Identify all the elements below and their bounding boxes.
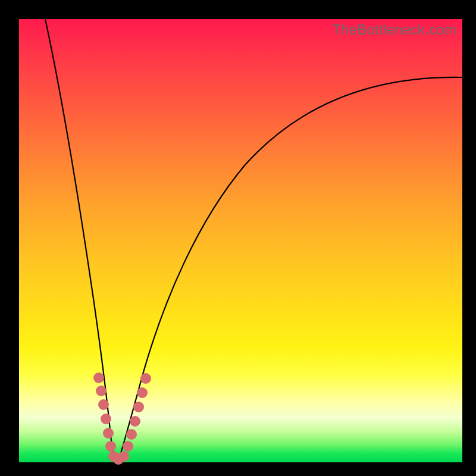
chart-frame: TheBottleneck.com [0,0,476,476]
marker-dot [103,428,114,439]
marker-dot [96,386,107,396]
curve-right-branch [118,77,462,462]
marker-dot [123,441,133,452]
plot-area: TheBottleneck.com [19,19,462,462]
marker-dot [93,372,104,383]
marker-dot [98,399,109,410]
marker-dot [118,451,129,462]
marker-dot [137,387,148,398]
marker-dot [105,441,116,452]
marker-cluster [93,372,151,465]
marker-dot [140,373,151,384]
marker-dot [130,416,140,427]
chart-svg [19,19,462,462]
marker-dot [101,414,111,424]
marker-dot [133,402,144,412]
curve-left-branch [45,19,115,462]
marker-dot [126,429,137,440]
